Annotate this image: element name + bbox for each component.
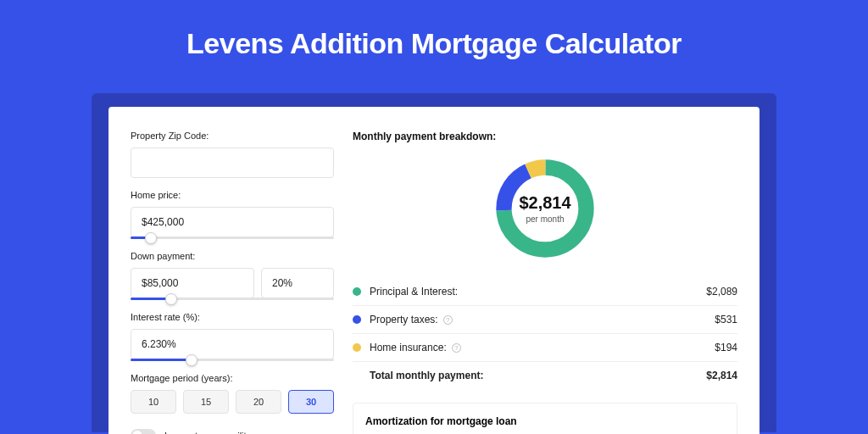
legend-row-total: Total monthly payment: $2,814 bbox=[353, 362, 737, 389]
legend-row-taxes: Property taxes: ? $531 bbox=[353, 306, 737, 334]
legend-row-principal: Principal & Interest: $2,089 bbox=[353, 278, 737, 306]
donut-center-amount: $2,814 bbox=[519, 193, 570, 213]
interest-rate-group: Interest rate (%): bbox=[131, 312, 334, 361]
legend-label-insurance: Home insurance: ? bbox=[370, 342, 715, 353]
home-price-input[interactable] bbox=[131, 207, 334, 237]
veteran-toggle-label: I am veteran or military bbox=[164, 431, 259, 434]
mortgage-period-label: Mortgage period (years): bbox=[131, 373, 334, 383]
legend-row-insurance: Home insurance: ? $194 bbox=[353, 334, 737, 362]
donut-chart: $2,814 per month bbox=[353, 154, 737, 263]
down-payment-input[interactable] bbox=[131, 268, 254, 298]
period-option-15[interactable]: 15 bbox=[183, 390, 229, 414]
veteran-toggle[interactable] bbox=[131, 429, 156, 434]
interest-rate-label: Interest rate (%): bbox=[131, 312, 334, 322]
home-price-group: Home price: bbox=[131, 190, 334, 239]
legend-dot-principal bbox=[353, 287, 361, 296]
amortization-box: Amortization for mortgage loan Amortizat… bbox=[353, 403, 737, 434]
inputs-column: Property Zip Code: Home price: Down paym… bbox=[131, 131, 334, 434]
period-option-30[interactable]: 30 bbox=[288, 390, 334, 414]
interest-rate-slider[interactable] bbox=[131, 359, 334, 361]
donut-center: $2,814 per month bbox=[519, 193, 570, 224]
amortization-title: Amortization for mortgage loan bbox=[365, 415, 725, 427]
period-option-10[interactable]: 10 bbox=[131, 390, 176, 414]
info-icon[interactable]: ? bbox=[443, 315, 453, 325]
zip-field-group: Property Zip Code: bbox=[131, 131, 334, 178]
legend-value-insurance: $194 bbox=[715, 342, 737, 353]
zip-label: Property Zip Code: bbox=[131, 131, 334, 141]
down-payment-slider-thumb[interactable] bbox=[165, 293, 177, 305]
interest-rate-input[interactable] bbox=[131, 329, 334, 359]
down-payment-percent-input[interactable] bbox=[261, 268, 334, 298]
down-payment-slider[interactable] bbox=[131, 298, 334, 300]
mortgage-period-group: Mortgage period (years): 10 15 20 30 bbox=[131, 373, 334, 414]
down-payment-label: Down payment: bbox=[131, 251, 334, 261]
info-icon[interactable]: ? bbox=[452, 343, 461, 353]
legend-dot-insurance bbox=[353, 343, 361, 352]
legend-label-taxes: Property taxes: ? bbox=[370, 314, 715, 326]
calculator-card: Property Zip Code: Home price: Down paym… bbox=[108, 107, 760, 434]
interest-rate-slider-thumb[interactable] bbox=[186, 354, 198, 366]
legend-label-principal: Principal & Interest: bbox=[370, 286, 706, 298]
home-price-label: Home price: bbox=[131, 190, 334, 200]
legend-dot-taxes bbox=[353, 315, 361, 324]
legend-value-taxes: $531 bbox=[715, 314, 737, 326]
home-price-slider[interactable] bbox=[131, 236, 334, 239]
down-payment-group: Down payment: bbox=[131, 251, 334, 300]
veteran-toggle-row: I am veteran or military bbox=[131, 429, 334, 434]
mortgage-period-options: 10 15 20 30 bbox=[131, 390, 334, 414]
breakdown-column: Monthly payment breakdown: $2,814 per mo… bbox=[353, 131, 737, 434]
legend-value-total: $2,814 bbox=[706, 370, 737, 381]
legend-text-taxes: Property taxes: bbox=[370, 314, 438, 326]
legend-value-principal: $2,089 bbox=[706, 286, 737, 298]
page-title: Levens Addition Mortgage Calculator bbox=[0, 0, 868, 77]
donut-center-sub: per month bbox=[519, 214, 570, 224]
home-price-slider-thumb[interactable] bbox=[145, 232, 157, 244]
breakdown-title: Monthly payment breakdown: bbox=[353, 131, 737, 142]
legend-label-total: Total monthly payment: bbox=[370, 370, 706, 381]
zip-input[interactable] bbox=[131, 147, 334, 178]
legend-text-insurance: Home insurance: bbox=[370, 342, 447, 353]
veteran-toggle-knob bbox=[132, 431, 142, 434]
period-option-20[interactable]: 20 bbox=[236, 390, 281, 414]
legend-text-principal: Principal & Interest: bbox=[370, 286, 458, 298]
